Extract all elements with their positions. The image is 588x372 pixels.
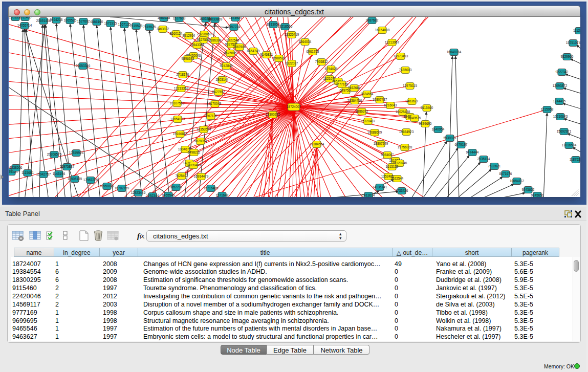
- svg-text:9899695: 9899695: [419, 122, 432, 125]
- svg-text:1733426: 1733426: [396, 189, 408, 192]
- svg-text:10688609: 10688609: [367, 130, 382, 134]
- svg-text:2011460: 2011460: [19, 17, 32, 19]
- svg-text:12923445: 12923445: [131, 191, 146, 194]
- svg-text:8454749: 8454749: [247, 49, 260, 53]
- svg-text:7955812: 7955812: [315, 60, 328, 63]
- svg-text:1527603: 1527603: [173, 17, 186, 20]
- svg-text:15751074: 15751074: [566, 41, 580, 45]
- svg-text:9227342: 9227342: [556, 70, 569, 74]
- svg-text:9327505: 9327505: [197, 38, 210, 41]
- svg-text:16914479: 16914479: [194, 174, 209, 178]
- svg-text:1071915: 1071915: [104, 21, 117, 25]
- svg-text:12093872: 12093872: [553, 84, 568, 87]
- svg-text:1364034: 1364034: [299, 40, 312, 43]
- svg-text:10807487: 10807487: [373, 98, 387, 101]
- svg-text:17957225: 17957225: [83, 178, 98, 182]
- svg-text:20053346: 20053346: [76, 64, 91, 68]
- svg-text:8186328: 8186328: [209, 38, 222, 42]
- svg-text:1065528: 1065528: [158, 17, 170, 19]
- svg-text:1292344: 1292344: [146, 194, 159, 197]
- svg-text:5498222: 5498222: [188, 150, 201, 154]
- svg-text:5878354: 5878354: [194, 139, 207, 143]
- svg-text:12505135: 12505135: [68, 177, 82, 181]
- svg-text:7515528: 7515528: [130, 24, 143, 28]
- svg-text:9115460: 9115460: [421, 106, 433, 110]
- svg-text:9084067: 9084067: [381, 153, 394, 157]
- svg-text:15720407: 15720407: [361, 119, 376, 123]
- svg-text:9896343: 9896343: [182, 57, 194, 60]
- svg-text:(x): (x): [140, 233, 144, 239]
- svg-text:23975887: 23975887: [60, 165, 75, 168]
- svg-text:18807249: 18807249: [374, 142, 388, 145]
- svg-text:1112843: 1112843: [573, 29, 580, 32]
- svg-text:19384554: 19384554: [310, 142, 324, 146]
- svg-text:1873924: 1873924: [229, 17, 242, 19]
- svg-text:20364456: 20364456: [347, 99, 362, 102]
- svg-text:16154808: 16154808: [375, 28, 390, 32]
- svg-text:15692921: 15692921: [557, 129, 572, 133]
- svg-text:6466160: 6466160: [91, 20, 103, 24]
- svg-text:2087682: 2087682: [366, 18, 379, 22]
- svg-text:1215958: 1215958: [541, 107, 554, 111]
- svg-text:7625402: 7625402: [176, 174, 188, 178]
- svg-text:12353594: 12353594: [197, 127, 211, 131]
- svg-text:1640954: 1640954: [432, 127, 445, 131]
- svg-text:9464218: 9464218: [50, 18, 63, 21]
- svg-text:14099489: 14099489: [186, 163, 201, 167]
- svg-text:19166825: 19166825: [173, 132, 188, 136]
- svg-text:12975115: 12975115: [403, 84, 417, 87]
- svg-text:16782759: 16782759: [115, 186, 129, 190]
- svg-text:1571648: 1571648: [216, 193, 229, 197]
- svg-text:10958107: 10958107: [100, 184, 115, 188]
- svg-text:9777169: 9777169: [336, 82, 349, 86]
- svg-text:1527602: 1527602: [77, 19, 90, 23]
- svg-text:9463627: 9463627: [406, 99, 419, 103]
- svg-text:18724007: 18724007: [287, 105, 301, 108]
- svg-text:3824554: 3824554: [361, 92, 374, 96]
- svg-text:2522544: 2522544: [391, 177, 404, 180]
- svg-text:9242848: 9242848: [220, 64, 233, 68]
- svg-text:15716485: 15716485: [204, 186, 219, 190]
- svg-text:2803144: 2803144: [216, 78, 229, 81]
- svg-text:1244415: 1244415: [553, 99, 566, 103]
- svg-text:8471676: 8471676: [499, 172, 512, 176]
- svg-text:9245652: 9245652: [522, 188, 535, 191]
- svg-text:1615132: 1615132: [386, 165, 399, 168]
- svg-text:20206576: 20206576: [47, 152, 62, 156]
- svg-text:7463822: 7463822: [157, 27, 169, 31]
- svg-text:7632621: 7632621: [488, 164, 501, 168]
- svg-text:9146821: 9146821: [260, 53, 273, 56]
- svg-text:1187534: 1187534: [570, 158, 580, 161]
- svg-text:2935114: 2935114: [477, 157, 490, 161]
- svg-text:14055714: 14055714: [17, 24, 32, 27]
- svg-text:12213967: 12213967: [385, 40, 400, 44]
- svg-text:10210643: 10210643: [553, 115, 568, 118]
- svg-text:6216043: 6216043: [384, 103, 397, 107]
- svg-text:17859924: 17859924: [69, 151, 84, 155]
- svg-text:10654112: 10654112: [510, 179, 524, 183]
- svg-text:19756928: 19756928: [398, 145, 412, 149]
- svg-text:6794028: 6794028: [325, 67, 338, 71]
- svg-text:6961758: 6961758: [307, 50, 319, 53]
- svg-text:19218506: 19218506: [278, 25, 293, 28]
- svg-text:10543382: 10543382: [190, 43, 205, 47]
- svg-text:7462664: 7462664: [348, 86, 361, 90]
- svg-text:12942757: 12942757: [36, 172, 51, 176]
- svg-text:4170043: 4170043: [209, 102, 222, 105]
- svg-text:1413614: 1413614: [362, 193, 375, 197]
- svg-text:16033809: 16033809: [208, 17, 223, 21]
- svg-text:23226058: 23226058: [197, 32, 212, 36]
- svg-text:1588520: 1588520: [273, 56, 286, 60]
- svg-text:12213369: 12213369: [174, 86, 189, 90]
- svg-text:17016504: 17016504: [562, 143, 577, 147]
- svg-text:9857791: 9857791: [170, 185, 183, 189]
- svg-text:8849575: 8849575: [408, 116, 421, 120]
- svg-text:2867608: 2867608: [233, 45, 246, 49]
- svg-text:14136141: 14136141: [373, 185, 387, 189]
- svg-text:20691406: 20691406: [36, 19, 51, 23]
- svg-text:1667135: 1667135: [118, 23, 131, 26]
- svg-text:1145194: 1145194: [53, 172, 66, 176]
- svg-text:6479197: 6479197: [455, 143, 468, 146]
- svg-text:9465546: 9465546: [162, 193, 175, 197]
- svg-text:8660124: 8660124: [170, 32, 183, 35]
